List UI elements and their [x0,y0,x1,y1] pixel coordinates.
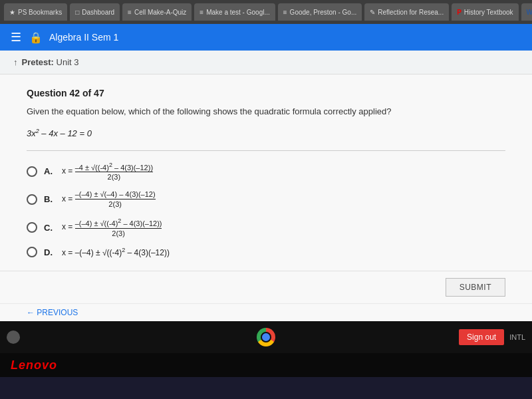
bookmarks-icon: ★ [9,9,15,16]
submit-button[interactable]: SUBMIT [446,278,505,297]
answer-options: A. x = –4 ± √((-4)2 – 4(3)(–12)) 2(3) B.… [27,162,505,257]
app-header: ☰ 🔒 Algebra II Sem 1 [0,24,532,51]
tab-bookmarks[interactable]: ★ PS Bookmarks [4,3,67,21]
lock-icon: 🔒 [29,31,43,44]
option-c-formula: x = –(–4) ± √((-4)2 – 4(3)(–12)) 2(3) [62,217,162,237]
option-a[interactable]: A. x = –4 ± √((-4)2 – 4(3)(–12)) 2(3) [27,162,505,182]
lenovo-logo: Lenovo [11,358,57,372]
pretest-label: Pretest: Unit 3 [22,57,79,67]
tab-goode[interactable]: ≡ Goode, Preston - Go... [278,3,362,21]
chrome-icon[interactable] [257,328,275,346]
tab-dashboard[interactable]: □ Dashboard [70,3,120,21]
taskbar-right: Sign out INTL [459,329,525,345]
equation-display: 3x2 – 4x – 12 = 0 [27,128,505,138]
taskbar: Sign out INTL [0,321,532,353]
previous-link[interactable]: ← PREVIOUS [27,308,505,317]
divider [27,150,505,151]
option-a-label: A. [44,166,53,176]
app-title: Algebra II Sem 1 [49,32,118,43]
radio-c[interactable] [27,222,37,233]
doc-icon: ≡ [128,9,132,16]
tab-history[interactable]: P History Textbook [452,3,518,21]
intl-label: INTL [509,333,525,341]
tab-make-test[interactable]: ≡ Make a test - Googl... [194,3,275,21]
sign-out-button[interactable]: Sign out [459,329,504,345]
lenovo-bar: Lenovo [0,353,532,377]
sub-header: ↑ Pretest: Unit 3 [0,51,532,74]
submit-area: SUBMIT [0,271,532,303]
upload-icon: ↑ [13,57,18,67]
doc-icon-2: ≡ [200,9,203,16]
option-d[interactable]: D. x = –(–4) ± √((-4)2 – 4(3)(–12)) [27,247,505,257]
radio-d[interactable] [27,247,37,257]
option-b-label: B. [44,194,53,204]
word-icon: W [527,9,532,16]
browser-tab-bar: ★ PS Bookmarks □ Dashboard ≡ Cell Make-A… [0,0,532,24]
quiz-area: Question 42 of 47 Given the equation bel… [0,74,532,271]
taskbar-circle [7,331,20,344]
nav-area: ← PREVIOUS [0,303,532,321]
option-b[interactable]: B. x = –(–4) ± √(–4) – 4(3)(–12) 2(3) [27,190,505,208]
tab-cell-quiz[interactable]: ≡ Cell Make-A-Quiz [122,3,192,21]
option-d-formula: x = –(–4) ± √((-4)2 – 4(3)(–12)) [62,247,170,257]
question-number: Question 42 of 47 [27,88,505,98]
option-c-label: C. [44,223,53,233]
option-c[interactable]: C. x = –(–4) ± √((-4)2 – 4(3)(–12)) 2(3) [27,217,505,237]
option-d-label: D. [44,247,53,257]
tab-gist[interactable]: W 12.3 GIST (1).doc -... [521,3,532,21]
option-a-formula: x = –4 ± √((-4)2 – 4(3)(–12)) 2(3) [62,162,153,182]
tab-reflection[interactable]: ✎ Reflection for Resea... [364,3,449,21]
pencil-icon: ✎ [370,9,375,16]
dashboard-icon: □ [75,9,79,16]
radio-a[interactable] [27,166,37,177]
menu-icon[interactable]: ☰ [11,30,21,45]
p-icon: P [457,9,462,16]
question-text: Given the equation below, which of the f… [27,105,505,118]
option-b-formula: x = –(–4) ± √(–4) – 4(3)(–12) 2(3) [62,190,156,208]
radio-b[interactable] [27,194,37,205]
doc-icon-3: ≡ [283,9,287,16]
